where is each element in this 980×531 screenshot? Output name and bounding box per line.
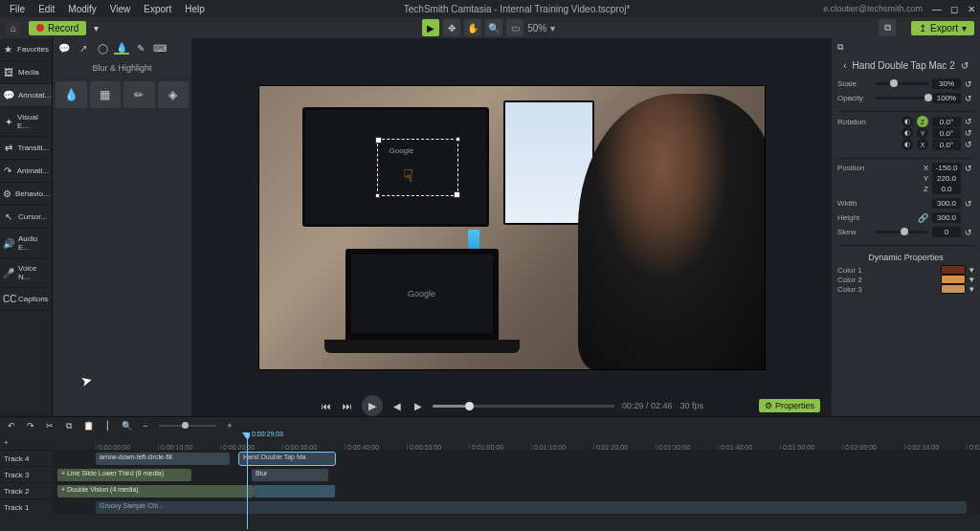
rotation-x-reset-icon[interactable]: ↺ [965, 140, 974, 149]
clip-arrow[interactable]: arrow-down-left-circle-fill [96, 453, 230, 465]
next-clip-icon[interactable]: ⏭ [341, 399, 354, 412]
export-button[interactable]: ↥ Export ▾ [911, 21, 974, 35]
paste-icon[interactable]: 📋 [82, 421, 94, 431]
opacity-reset-icon[interactable]: ↺ [965, 94, 974, 103]
sidebar-annotations[interactable]: 💬Annotat... [0, 84, 52, 107]
playhead[interactable] [247, 432, 248, 529]
detach-canvas-icon[interactable]: ⧉ [879, 19, 896, 36]
effect-spotlight[interactable]: ◈ [158, 81, 189, 108]
tab-blur-icon[interactable]: 💧 [114, 41, 129, 55]
clip-video[interactable] [254, 485, 335, 498]
menu-edit[interactable]: Edit [33, 2, 60, 16]
sidebar-cursor-effects[interactable]: ↖Cursor... [0, 206, 52, 229]
menu-help[interactable]: Help [179, 2, 211, 16]
skew-value[interactable]: 0 [932, 227, 961, 237]
link-icon[interactable]: 🔗 [918, 213, 928, 223]
menu-view[interactable]: View [104, 2, 137, 16]
hand-tool-icon[interactable]: ✋ [464, 19, 481, 36]
axis-y-button[interactable]: Y [917, 127, 928, 139]
zoom-out-icon[interactable]: 🔍 [121, 421, 132, 431]
step-back-icon[interactable]: ◀ [390, 399, 404, 412]
properties-button[interactable]: ⚙Properties [759, 399, 820, 412]
track-1[interactable]: Track 1 Groovy Sample Chi... [0, 498, 980, 515]
fit-icon[interactable]: ▭ [506, 19, 523, 36]
home-icon[interactable]: ⌂ [6, 21, 21, 35]
copy-icon[interactable]: ⧉ [63, 421, 75, 431]
skew-slider[interactable] [876, 231, 928, 233]
position-y-value[interactable]: 220.0 [932, 173, 961, 184]
sidebar-transitions[interactable]: ⇄Transiti... [0, 137, 52, 160]
sidebar-audio-effects[interactable]: 🔊Audio E... [0, 229, 52, 258]
magnify-tool-icon[interactable]: 🔍 [485, 19, 502, 36]
track-2[interactable]: Track 2 + Double Vision (4 media) [0, 482, 980, 498]
selection-box[interactable] [377, 139, 458, 196]
undo-icon[interactable]: ↶ [6, 421, 17, 431]
reset-all-icon[interactable]: ↺ [961, 60, 969, 71]
maximize-icon[interactable]: ◻ [949, 4, 959, 13]
tab-arrows-icon[interactable]: ↗ [76, 41, 91, 55]
menu-file[interactable]: File [4, 2, 31, 16]
position-x-value[interactable]: -150.0 [932, 163, 961, 173]
close-icon[interactable]: ✕ [967, 4, 976, 13]
timeline-zoom-slider[interactable] [159, 425, 216, 427]
opacity-slider[interactable] [876, 97, 928, 100]
width-value[interactable]: 300.0 [932, 198, 961, 209]
clip-blur[interactable]: Blur [252, 469, 328, 481]
clip-double-vision[interactable]: + Double Vision (4 media) [57, 485, 254, 498]
redo-icon[interactable]: ↷ [25, 421, 36, 431]
color2-swatch[interactable] [941, 275, 966, 284]
height-value[interactable]: 300.0 [932, 212, 961, 223]
axis-z-button[interactable]: Z [917, 116, 928, 127]
scale-reset-icon[interactable]: ↺ [965, 79, 974, 89]
minimize-icon[interactable]: — [932, 4, 942, 13]
rotation-y-reset-icon[interactable]: ↺ [965, 128, 974, 138]
timeline-ruler[interactable]: 0:00:00;00 0:00:10;00 0:00:20;00 0:00:30… [53, 434, 980, 450]
effect-pixelate[interactable]: ✏ [123, 81, 155, 108]
rotation-z-value[interactable]: 0.0° [932, 117, 961, 127]
scrubber[interactable] [433, 405, 614, 408]
scale-value[interactable]: 30% [932, 78, 961, 89]
toolbar-chevron-icon[interactable]: ▾ [94, 23, 99, 33]
clip-hand-tap[interactable]: Hand Double Tap Ma [239, 453, 335, 465]
axis-x-button[interactable]: X [917, 139, 928, 150]
record-button[interactable]: Record [29, 21, 86, 35]
plus-icon[interactable]: + [224, 421, 235, 431]
effect-blur[interactable]: 💧 [56, 81, 87, 108]
sidebar-media[interactable]: 🖾Media [0, 61, 52, 84]
tab-sketch-icon[interactable]: ✎ [133, 41, 148, 55]
skew-reset-icon[interactable]: ↺ [965, 228, 974, 237]
track-4[interactable]: Track 4 arrow-down-left-circle-fill Hand… [0, 450, 980, 466]
position-z-value[interactable]: 0.0 [932, 184, 961, 194]
scale-slider[interactable] [876, 82, 928, 85]
clip-lower-third[interactable]: + Line Slide Lower Third (8 media) [57, 469, 191, 481]
position-reset-icon[interactable]: ↺ [965, 164, 974, 173]
track-3[interactable]: Track 3 + Line Slide Lower Third (8 medi… [0, 466, 980, 482]
tab-shapes-icon[interactable]: ◯ [95, 41, 110, 55]
select-tool-icon[interactable]: ▶ [422, 19, 439, 36]
cut-icon[interactable]: ✂ [44, 421, 56, 431]
sidebar-animations[interactable]: ↷Animati... [0, 160, 52, 183]
minus-icon[interactable]: − [140, 421, 151, 431]
tab-keystroke-icon[interactable]: ⌨ [152, 41, 167, 55]
rotation-z-reset-icon[interactable]: ↺ [965, 117, 974, 126]
rotation-axis-icon[interactable]: ◐ [902, 116, 913, 127]
effect-highlight[interactable]: ▦ [90, 81, 122, 108]
preview-canvas[interactable]: Google ☟ Google [258, 85, 766, 370]
sidebar-favorites[interactable]: ★Favorites [0, 38, 52, 61]
menu-export[interactable]: Export [138, 2, 177, 16]
split-icon[interactable]: ⎮ [101, 421, 113, 431]
crop-tool-icon[interactable]: ✥ [443, 19, 460, 36]
zoom-value[interactable]: 50% [527, 23, 546, 33]
chevron-left-icon[interactable]: ‹ [843, 60, 846, 71]
prev-clip-icon[interactable]: ⏮ [320, 399, 333, 412]
menu-modify[interactable]: Modify [62, 2, 101, 16]
sidebar-behaviors[interactable]: ⚙Behavio... [0, 183, 52, 206]
rotation-y-value[interactable]: 0.0° [932, 128, 961, 139]
rotation-axis-icon[interactable]: ◐ [902, 127, 913, 139]
add-track-icon[interactable]: + [4, 438, 9, 447]
opacity-value[interactable]: 100% [932, 93, 961, 103]
color3-swatch[interactable] [941, 284, 966, 294]
play-button[interactable]: ▶ [362, 395, 383, 416]
rotation-x-value[interactable]: 0.0° [932, 140, 961, 150]
sidebar-voice-narration[interactable]: 🎤Voice N... [0, 258, 52, 288]
